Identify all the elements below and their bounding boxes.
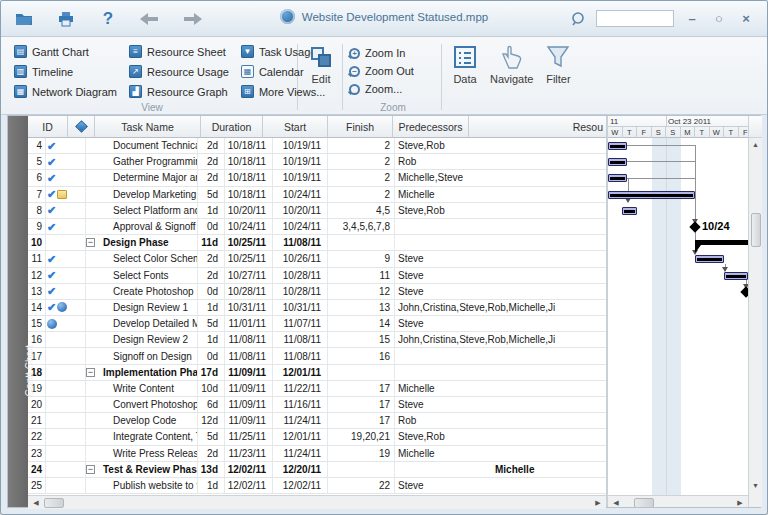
task-bar[interactable]: [724, 272, 748, 280]
task-row[interactable]: 5✔Gather Programming ...2d10/18/1110/19/…: [28, 154, 606, 170]
task-row[interactable]: 12✔Select Fonts2d10/27/1110/28/1111Steve: [28, 268, 606, 284]
task-row[interactable]: 9✔Approval & Signoff o...0d10/24/1110/24…: [28, 219, 606, 235]
view-button-label: Task Usage: [259, 46, 316, 58]
navigate-button[interactable]: Navigate: [484, 40, 539, 114]
task-row[interactable]: 6✔Determine Major and ...2d10/18/1110/19…: [28, 170, 606, 186]
cell-duration: 13d: [198, 462, 225, 477]
table-hscroll-thumb[interactable]: [44, 498, 64, 508]
task-row[interactable]: 23Write Press Release ...2d11/23/1111/24…: [28, 446, 606, 462]
scroll-down-icon[interactable]: ▼: [750, 480, 761, 492]
scroll-right-icon[interactable]: ▶: [734, 497, 746, 507]
header-predecessors[interactable]: Predecessors: [393, 116, 469, 138]
zoom-dialog-button[interactable]: Zoom...: [349, 81, 433, 97]
header-id[interactable]: ID: [28, 116, 68, 138]
view-button-resource-usage[interactable]: ↗Resource Usage: [126, 63, 232, 80]
task-row[interactable]: 16Design Review 21d11/08/1111/08/1115Joh…: [28, 332, 606, 348]
task-bar[interactable]: [622, 207, 637, 215]
forward-button[interactable]: [181, 9, 203, 29]
help-button[interactable]: ?: [97, 9, 119, 29]
task-name-text: Develop Detailed Mo...: [86, 318, 198, 329]
cell-predecessors: 15: [328, 332, 395, 347]
cell-task-name: Develop Marketing Plan: [86, 187, 198, 202]
cell-resources: Steve: [395, 316, 606, 331]
view-button-label: Resource Graph: [147, 86, 228, 98]
view-button-resource-graph[interactable]: ▟Resource Graph: [126, 83, 232, 100]
maximize-button[interactable]: ○: [710, 11, 728, 26]
gantt-vscroll-thumb[interactable]: [751, 213, 761, 247]
cell-task-name: Write Content: [86, 381, 198, 396]
open-file-button[interactable]: [13, 9, 35, 29]
collapse-icon[interactable]: −: [86, 368, 95, 377]
close-button[interactable]: ×: [737, 11, 755, 26]
task-row[interactable]: 4✔Document Technical ...2d10/18/1110/19/…: [28, 138, 606, 154]
task-bar[interactable]: [608, 158, 627, 166]
header-duration[interactable]: Duration: [201, 116, 263, 138]
view-button-gantt-chart[interactable]: ▤Gantt Chart: [11, 43, 120, 60]
data-button[interactable]: Data: [446, 40, 484, 114]
view-button-resource-sheet[interactable]: ≡Resource Sheet: [126, 43, 232, 60]
task-row[interactable]: 14✔Design Review 11d10/31/1110/31/1113Jo…: [28, 300, 606, 316]
view-button-label: Resource Sheet: [147, 46, 226, 58]
view-items-column: ▤Gantt Chart▥Timeline▦Network Diagram: [11, 43, 120, 100]
task-row[interactable]: 19Write Content10d11/09/1111/22/1117Mich…: [28, 381, 606, 397]
header-task-name[interactable]: Task Name: [95, 116, 201, 138]
view-items: ▤Gantt Chart▥Timeline▦Network Diagram≡Re…: [11, 43, 289, 100]
view-button-timeline[interactable]: ▥Timeline: [11, 63, 120, 80]
filter-button[interactable]: Filter: [539, 40, 577, 114]
gantt-hscroll-thumb[interactable]: [634, 498, 654, 507]
milestone-diamond[interactable]: [740, 286, 748, 297]
zoom-in-button[interactable]: +Zoom In: [349, 45, 433, 61]
task-row[interactable]: 7✔Develop Marketing Plan5d10/18/1110/24/…: [28, 187, 606, 203]
cell-indicators: [46, 381, 86, 396]
cell-duration: 17d: [198, 365, 225, 380]
scroll-left-icon[interactable]: ◀: [610, 497, 622, 507]
task-row[interactable]: 11✔Select Color Schemes2d10/25/1110/26/1…: [28, 251, 606, 267]
collapse-icon[interactable]: −: [86, 238, 95, 247]
task-row[interactable]: 20Convert Photoshop t...6d11/09/1111/16/…: [28, 397, 606, 413]
cell-finish: 11/16/11: [273, 397, 328, 412]
task-row[interactable]: 25Publish website to te...1d12/02/1112/0…: [28, 478, 606, 494]
back-button[interactable]: [139, 9, 161, 29]
task-name-text: Create Photoshop M...: [86, 286, 198, 297]
scroll-right-icon[interactable]: ▶: [592, 497, 604, 508]
print-button[interactable]: [55, 9, 77, 29]
gantt-hscrollbar[interactable]: ◀ ▶: [608, 495, 748, 507]
collapse-icon[interactable]: −: [86, 465, 95, 474]
task-row[interactable]: 13✔Create Photoshop M...0d10/28/1110/28/…: [28, 284, 606, 300]
task-row[interactable]: 8✔Select Platform and ...1d10/20/1110/20…: [28, 203, 606, 219]
minimize-button[interactable]: –: [683, 11, 701, 26]
task-row[interactable]: 18−Implementation Pha...17d11/09/1112/01…: [28, 365, 606, 381]
cell-indicators: ✔: [46, 187, 86, 202]
cell-id: 20: [28, 397, 46, 412]
task-row[interactable]: 21Develop Code12d11/09/1111/24/1117Rob: [28, 413, 606, 429]
header-start[interactable]: Start: [263, 116, 328, 138]
task-row[interactable]: 22Integrate Content, Te...5d11/25/1112/0…: [28, 429, 606, 445]
task-bar[interactable]: [695, 255, 724, 263]
view-button-more-views[interactable]: ⊞More Views...: [238, 83, 328, 100]
gantt-vscrollbar[interactable]: ▲ ▼: [748, 116, 762, 507]
task-row[interactable]: 24−Test & Review Phase13d12/02/1112/20/1…: [28, 462, 606, 478]
view-button-network-diagram[interactable]: ▦Network Diagram: [11, 83, 120, 100]
search-input[interactable]: [596, 10, 674, 27]
day-header: W: [608, 127, 623, 138]
task-bar[interactable]: [608, 191, 695, 199]
task-row[interactable]: 17Signoff on Design0d11/08/1111/08/1116: [28, 348, 606, 364]
cell-resources: Steve: [395, 284, 606, 299]
resource-sheet-icon: ≡: [129, 45, 142, 58]
table-hscrollbar[interactable]: ◀ ▶: [28, 495, 606, 509]
header-resources[interactable]: Resou: [469, 116, 606, 138]
task-bar[interactable]: [608, 174, 627, 182]
check-indicator-icon: ✔: [47, 173, 56, 183]
scroll-up-icon[interactable]: ▲: [750, 139, 761, 151]
cell-duration: 2d: [198, 268, 225, 283]
task-row[interactable]: 15Develop Detailed Mo...5d11/01/1111/07/…: [28, 316, 606, 332]
scroll-left-icon[interactable]: ◀: [30, 497, 42, 508]
header-indicators[interactable]: [68, 116, 95, 138]
zoom-out-button[interactable]: −Zoom Out: [349, 63, 433, 79]
day-header: W: [710, 127, 725, 138]
header-finish[interactable]: Finish: [328, 116, 393, 138]
task-row[interactable]: 10−Design Phase11d10/25/1111/08/11: [28, 235, 606, 251]
zoom-group: +Zoom In−Zoom OutZoom... Zoom: [347, 40, 439, 114]
task-bar[interactable]: [608, 142, 627, 150]
summary-bar[interactable]: [695, 240, 748, 245]
